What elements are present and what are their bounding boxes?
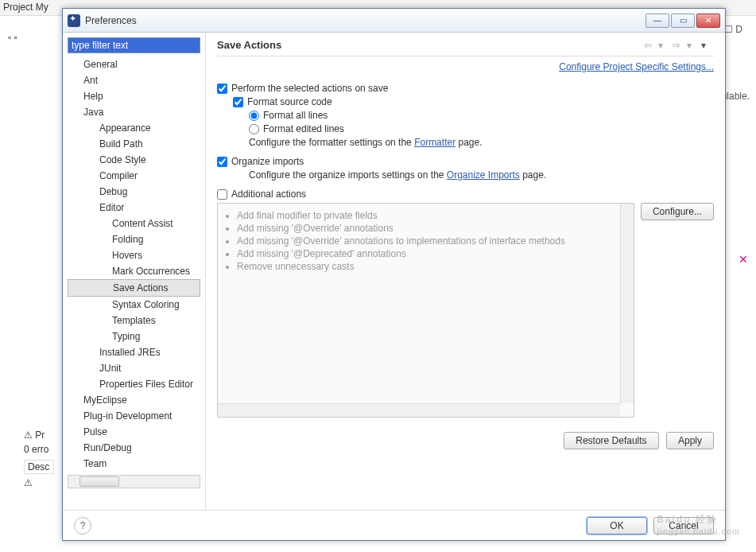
additional-label: Additional actions	[231, 189, 306, 200]
perform-checkbox[interactable]	[217, 84, 227, 94]
actions-vscrollbar[interactable]	[620, 204, 634, 403]
restore-defaults-button[interactable]: Restore Defaults	[564, 432, 658, 449]
list-item: Add missing '@Deprecated' annotations	[237, 248, 626, 259]
tree-item-save-actions[interactable]: Save Actions	[68, 279, 200, 297]
app-icon	[68, 14, 80, 27]
configure-button[interactable]: Configure...	[641, 203, 714, 220]
formatter-link[interactable]: Formatter	[414, 137, 456, 148]
organize-note: Configure the organize imports settings …	[249, 169, 714, 181]
bg-toolbar-fragment: ▫ ▫	[8, 32, 17, 43]
format-edited-radio[interactable]	[249, 124, 259, 134]
view-menu-icon[interactable]: ▾	[701, 40, 712, 51]
tree-item-plug-in-development[interactable]: Plug-in Development	[68, 408, 200, 424]
tree-item-myeclipse[interactable]: MyEclipse	[68, 392, 200, 408]
format-all-label: Format all lines	[263, 110, 328, 121]
tree-item-build-path[interactable]: Build Path	[68, 136, 200, 152]
help-button[interactable]: ?	[74, 517, 91, 535]
bg-problems-view: ⚠ Pr 0 erro Desc ⚠	[24, 430, 54, 488]
formatter-note: Configure the formatter settings on the …	[249, 137, 714, 148]
dialog-title: Preferences	[85, 15, 646, 26]
format-label: Format source code	[247, 96, 332, 107]
preference-tree[interactable]: GeneralAntHelpJavaAppearanceBuild PathCo…	[68, 56, 200, 472]
forward-icon[interactable]: ⇨	[673, 40, 684, 51]
format-edited-label: Format edited lines	[263, 123, 344, 134]
organize-label: Organize imports	[231, 156, 304, 167]
tree-item-content-assist[interactable]: Content Assist	[68, 216, 200, 231]
tree-item-ant[interactable]: Ant	[68, 72, 200, 88]
format-checkbox[interactable]	[233, 97, 243, 107]
tree-item-templates[interactable]: Templates	[68, 313, 200, 328]
tree-item-run-debug[interactable]: Run/Debug	[68, 440, 200, 456]
content-pane: Save Actions ⇦▾ ⇨▾ ▾ Configure Project S…	[206, 33, 725, 510]
tree-item-typing[interactable]: Typing	[68, 328, 200, 344]
tree-item-syntax-coloring[interactable]: Syntax Coloring	[68, 297, 200, 313]
list-item: Add missing '@Override' annotations to i…	[237, 235, 626, 247]
tree-item-hovers[interactable]: Hovers	[68, 247, 200, 263]
tree-item-java[interactable]: Java	[68, 104, 200, 120]
tree-item-appearance[interactable]: Appearance	[68, 120, 200, 136]
bg-ilable: ilable.	[725, 91, 750, 102]
tree-item-installed-jres[interactable]: Installed JREs	[68, 344, 200, 360]
tree-item-help[interactable]: Help	[68, 88, 200, 104]
project-settings-link[interactable]: Configure Project Specific Settings...	[559, 61, 714, 72]
list-item: Add missing '@Override' annotations	[237, 223, 626, 234]
back-menu-icon[interactable]: ▾	[658, 40, 669, 51]
tree-item-mark-occurrences[interactable]: Mark Occurrences	[68, 263, 200, 279]
additional-checkbox[interactable]	[217, 189, 227, 200]
preferences-dialog: Preferences — ▭ ✕ GeneralAntHelpJavaAppe…	[62, 8, 726, 541]
tree-item-general[interactable]: General	[68, 56, 200, 72]
tree-item-pulse[interactable]: Pulse	[68, 424, 200, 440]
back-icon[interactable]: ⇦	[644, 40, 655, 51]
additional-actions-list: Add final modifier to private fieldsAdd …	[217, 203, 634, 418]
forward-menu-icon[interactable]: ▾	[687, 40, 698, 51]
close-button[interactable]: ✕	[696, 14, 720, 28]
maximize-button[interactable]: ▭	[671, 14, 695, 28]
bg-close-x-icon: ✕	[739, 253, 748, 266]
tree-item-team[interactable]: Team	[68, 456, 200, 472]
filter-input[interactable]	[68, 37, 200, 53]
list-item: Remove unnecessary casts	[237, 261, 626, 272]
page-title: Save Actions	[217, 39, 642, 51]
tree-item-compiler[interactable]: Compiler	[68, 168, 200, 184]
format-all-radio[interactable]	[249, 111, 259, 121]
perform-label: Perform the selected actions on save	[231, 83, 388, 94]
tree-item-code-style[interactable]: Code Style	[68, 152, 200, 168]
tree-hscrollbar[interactable]	[68, 475, 200, 488]
tree-item-properties-files-editor[interactable]: Properties Files Editor	[68, 376, 200, 392]
tree-item-editor[interactable]: Editor	[68, 200, 200, 216]
tree-item-debug[interactable]: Debug	[68, 184, 200, 200]
tree-item-junit[interactable]: JUnit	[68, 360, 200, 376]
list-item: Add final modifier to private fields	[237, 210, 626, 221]
actions-hscrollbar[interactable]	[218, 403, 620, 417]
tree-item-folding[interactable]: Folding	[68, 231, 200, 247]
bg-problems-tab: Pr	[35, 430, 45, 441]
tree-pane: GeneralAntHelpJavaAppearanceBuild PathCo…	[63, 33, 206, 510]
minimize-button[interactable]: —	[646, 14, 669, 28]
bg-errors-count: 0 erro	[24, 444, 54, 455]
bg-desc-col: Desc	[24, 460, 54, 474]
bg-right-fragment: ☐ D ilable. ✕	[724, 24, 756, 35]
organize-checkbox[interactable]	[217, 157, 227, 167]
cancel-button[interactable]: Cancel	[653, 517, 714, 535]
apply-button[interactable]: Apply	[666, 432, 714, 449]
ok-button[interactable]: OK	[587, 517, 647, 535]
titlebar[interactable]: Preferences — ▭ ✕	[63, 9, 725, 33]
organize-imports-link[interactable]: Organize Imports	[447, 169, 520, 181]
